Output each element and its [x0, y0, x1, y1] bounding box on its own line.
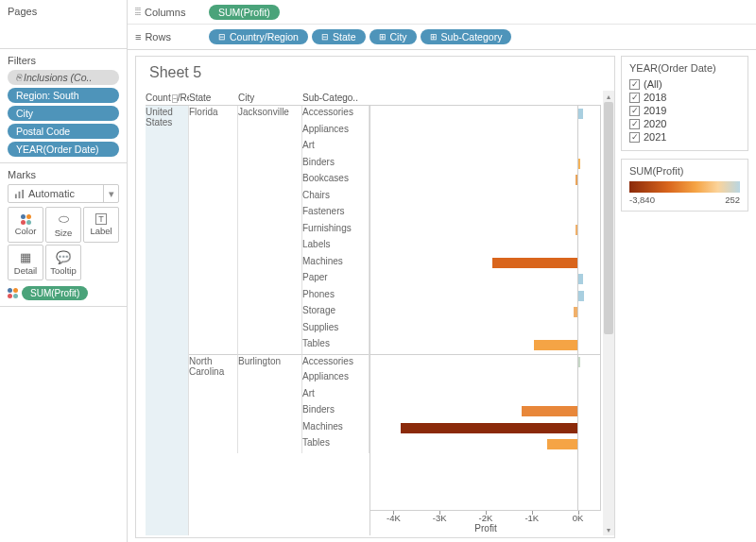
subcat-cell[interactable]: Binders — [302, 156, 369, 173]
shelf-pill[interactable]: ⊟Country/Region — [209, 29, 308, 44]
color-gradient[interactable] — [629, 181, 740, 193]
marks-color-button[interactable]: Color — [8, 207, 43, 243]
subcat-cell[interactable]: Machines — [302, 420, 369, 437]
city-cell[interactable]: Burlington — [238, 354, 302, 453]
country-cell[interactable]: United States — [146, 106, 189, 535]
chevron-down-icon[interactable]: ▾ — [103, 185, 118, 202]
city-header[interactable]: City — [238, 91, 302, 106]
marks-title: Marks — [8, 169, 119, 180]
marks-type-select[interactable]: Automatic ▾ — [8, 184, 119, 203]
checkbox-icon[interactable]: ✓ — [629, 132, 640, 143]
scroll-down-icon[interactable]: ▾ — [603, 524, 614, 535]
marks-detail-button[interactable]: ▦Detail — [8, 245, 43, 280]
subcat-cell[interactable]: Paper — [302, 271, 369, 288]
checkbox-icon[interactable]: ✓ — [629, 119, 640, 129]
state-cell[interactable]: North Carolina — [189, 354, 238, 453]
rows-label: Rows — [145, 31, 171, 42]
city-col: City JacksonvilleBurlington — [238, 91, 302, 535]
checkbox-icon[interactable]: ✓ — [629, 93, 640, 103]
filter-pill[interactable]: Region: South — [8, 88, 119, 103]
filter-pill[interactable]: City — [8, 106, 119, 121]
marks-label-button[interactable]: TLabel — [83, 207, 119, 243]
filters-title: Filters — [8, 55, 119, 66]
subcat-cell[interactable]: Accessories — [302, 106, 369, 123]
pages-shelf[interactable]: Pages — [0, 0, 127, 49]
expand-icon: ⊞ — [430, 32, 438, 42]
shelf-pill[interactable]: SUM(Profit) — [209, 5, 280, 20]
filter-pill[interactable]: Postal Code — [8, 124, 119, 139]
filter-pill[interactable]: YEAR(Order Date) — [8, 142, 119, 157]
marks-tooltip-button[interactable]: 💬Tooltip — [45, 245, 81, 280]
bar[interactable] — [534, 340, 577, 350]
city-cell[interactable]: Jacksonville — [238, 106, 302, 354]
svg-rect-2 — [22, 189, 24, 197]
bar[interactable] — [492, 258, 577, 268]
bar[interactable] — [547, 439, 577, 449]
year-checkbox-row[interactable]: ✓(All) — [629, 78, 740, 90]
svg-rect-0 — [15, 194, 17, 198]
filters-list: ⎘Inclusions (Co..Region: SouthCityPostal… — [8, 70, 119, 157]
subcat-cell[interactable]: Chairs — [302, 189, 369, 206]
subcat-cell[interactable]: Art — [302, 139, 369, 156]
subcat-cell[interactable]: Binders — [302, 403, 369, 420]
subcat-cell[interactable]: Supplies — [302, 321, 369, 338]
marks-color-pill[interactable]: SUM(Profit) — [22, 286, 88, 300]
checkbox-icon[interactable]: ✓ — [629, 79, 640, 90]
tick-label: -3K — [433, 513, 447, 523]
bar[interactable] — [522, 406, 576, 416]
row-headers: Count−/Re.. United States State FloridaN… — [146, 91, 370, 535]
vertical-scrollbar[interactable]: ▴ ▾ — [603, 91, 614, 535]
sheet-title: Sheet 5 — [149, 64, 614, 81]
tick-label: -4K — [387, 513, 401, 523]
marks-pill-row: SUM(Profit) — [8, 286, 119, 300]
state-col: State FloridaNorth Carolina — [189, 91, 238, 535]
year-checkbox-row[interactable]: ✓2019 — [629, 105, 740, 116]
filter-pill[interactable]: ⎘Inclusions (Co.. — [8, 70, 119, 85]
tooltip-icon: 💬 — [56, 250, 71, 264]
rows-shelf[interactable]: ≡Rows ⊟Country/Region⊟State⊞City⊞Sub-Cat… — [128, 25, 756, 49]
bars-body[interactable] — [370, 106, 601, 510]
subcat-cell[interactable]: Appliances — [302, 123, 369, 140]
bar[interactable] — [577, 291, 584, 301]
marks-size-button[interactable]: ⬭Size — [45, 207, 81, 243]
bar-chart-icon — [14, 189, 25, 199]
marks-card: Marks Automatic ▾ Color ⬭Size TLabel — [0, 163, 127, 307]
subcat-cell[interactable]: Labels — [302, 238, 369, 255]
subcat-cell[interactable]: Appliances — [302, 370, 369, 387]
subcat-cell[interactable]: Phones — [302, 288, 369, 305]
subcat-cell[interactable]: Art — [302, 387, 369, 404]
bar[interactable] — [401, 423, 577, 433]
subcat-cell[interactable]: Machines — [302, 255, 369, 272]
subcat-cell[interactable]: Bookcases — [302, 172, 369, 189]
label-icon: T — [95, 213, 107, 225]
state-cell[interactable]: Florida — [189, 106, 238, 354]
subcat-cell[interactable]: Fasteners — [302, 205, 369, 222]
bars-area: -4K-3K-2K-1K0K Profit — [370, 91, 601, 535]
year-checkbox-row[interactable]: ✓2018 — [629, 92, 740, 103]
marks-grid: Color ⬭Size TLabel — [8, 207, 119, 243]
year-checkbox-row[interactable]: ✓2020 — [629, 118, 740, 129]
subcat-cell[interactable]: Tables — [302, 337, 369, 354]
link-icon: ⎘ — [16, 73, 21, 82]
shelf-pill[interactable]: ⊞City — [369, 29, 417, 44]
checkbox-icon[interactable]: ✓ — [629, 106, 640, 116]
scroll-thumb[interactable] — [604, 102, 613, 334]
subcat-cell[interactable]: Furnishings — [302, 222, 369, 239]
pages-title: Pages — [8, 6, 119, 17]
year-checkbox-row[interactable]: ✓2021 — [629, 131, 740, 143]
left-panel: Pages Filters ⎘Inclusions (Co..Region: S… — [0, 0, 128, 542]
subcat-cell[interactable]: Storage — [302, 304, 369, 321]
viz-pane: Sheet 5 Count−/Re.. United States State … — [135, 56, 615, 538]
shelf-pill[interactable]: ⊞Sub-Category — [421, 29, 512, 44]
state-header[interactable]: State — [189, 91, 238, 106]
scroll-up-icon[interactable]: ▴ — [603, 91, 614, 102]
subcat-header[interactable]: Sub-Catego.. — [302, 91, 370, 106]
subcat-cell[interactable]: Tables — [302, 436, 369, 453]
country-header[interactable]: Count−/Re.. — [146, 91, 189, 106]
shelf-pill[interactable]: ⊟State — [312, 29, 366, 44]
legend-min: -3,840 — [629, 195, 655, 205]
columns-shelf[interactable]: ⦙⦙⦙Columns SUM(Profit) — [128, 0, 756, 25]
subcat-cell[interactable]: Accessories — [302, 354, 369, 371]
subcat-col: Sub-Catego.. AccessoriesAppliancesArtBin… — [302, 91, 370, 535]
rows-icon: ≡ — [135, 31, 141, 42]
